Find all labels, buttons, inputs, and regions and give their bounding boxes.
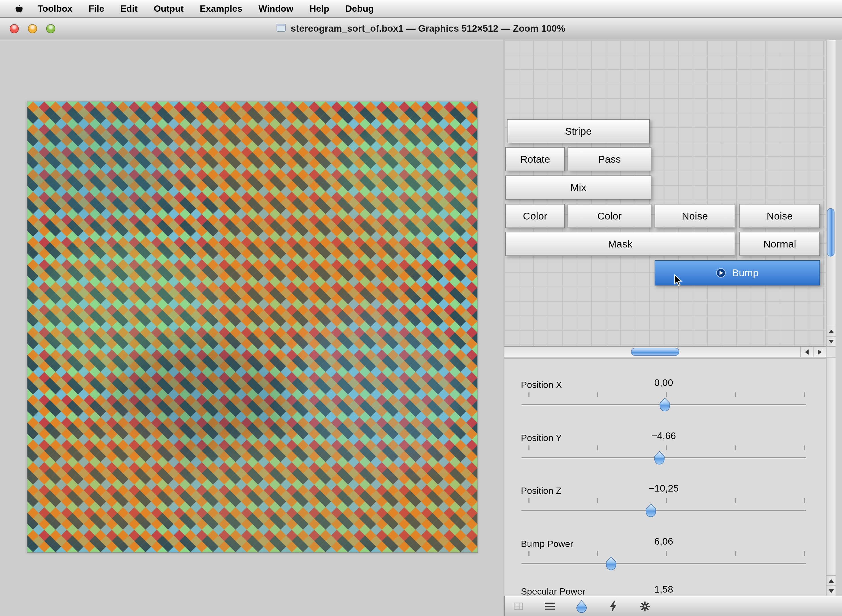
node-bump-label: Bump bbox=[732, 268, 758, 278]
param-row-bump-power: Bump Power 6,06 bbox=[504, 535, 826, 587]
node-pass[interactable]: Pass bbox=[567, 147, 651, 171]
menu-window[interactable]: Window bbox=[250, 0, 301, 17]
horizontal-scrollbar-thumb[interactable] bbox=[631, 348, 679, 356]
up-arrow-icon bbox=[829, 579, 834, 582]
param-value-position-z: −10,25 bbox=[522, 484, 806, 493]
scroll-left-button[interactable] bbox=[800, 347, 813, 357]
parameters-vertical-scrollbar[interactable] bbox=[826, 358, 836, 596]
lightning-icon[interactable] bbox=[606, 598, 620, 614]
param-row-position-x: Position X 0,00 bbox=[504, 376, 826, 429]
scroll-up-button[interactable] bbox=[826, 326, 836, 336]
node-graph-horizontal-scrollbar[interactable] bbox=[504, 346, 826, 357]
node-color-2[interactable]: Color bbox=[567, 204, 651, 228]
screen: Toolbox File Edit Output Examples Window… bbox=[0, 0, 842, 616]
document-icon bbox=[277, 24, 286, 34]
position-x-slider-thumb[interactable] bbox=[658, 397, 671, 412]
bump-power-slider-thumb[interactable] bbox=[605, 557, 617, 571]
scrollbar-corner bbox=[826, 346, 836, 357]
apple-menu-icon[interactable] bbox=[9, 0, 29, 17]
node-mix[interactable]: Mix bbox=[505, 176, 651, 200]
menu-file[interactable]: File bbox=[81, 0, 112, 17]
node-graph-area[interactable]: Stripe Rotate Pass Mix Color Color Noise… bbox=[504, 40, 826, 346]
vertical-scrollbar-thumb[interactable] bbox=[827, 208, 834, 256]
param-value-specular-power: 1,58 bbox=[522, 584, 806, 594]
scroll-down-button[interactable] bbox=[826, 336, 836, 346]
node-color-1[interactable]: Color bbox=[505, 204, 565, 228]
window-title-area: stereogram_sort_of.box1 — Graphics 512×5… bbox=[0, 18, 842, 40]
param-value-bump-power: 6,06 bbox=[522, 537, 806, 546]
down-arrow-icon bbox=[829, 589, 834, 593]
param-value-position-x: 0,00 bbox=[522, 378, 806, 388]
right-arrow-icon bbox=[818, 349, 821, 355]
mouse-cursor bbox=[671, 274, 684, 288]
gear-icon[interactable] bbox=[638, 598, 652, 614]
menu-help[interactable]: Help bbox=[301, 0, 337, 17]
slider-ticks bbox=[522, 445, 806, 450]
slider-ticks bbox=[522, 392, 806, 397]
menu-debug[interactable]: Debug bbox=[337, 0, 382, 17]
node-graph-vertical-scrollbar[interactable] bbox=[826, 40, 836, 346]
slider-ticks bbox=[522, 551, 806, 556]
menu-edit[interactable]: Edit bbox=[112, 0, 145, 17]
slider-ticks bbox=[522, 498, 806, 503]
bump-drop-icon[interactable] bbox=[575, 598, 589, 614]
list-glyph bbox=[545, 603, 555, 609]
up-arrow-icon bbox=[829, 329, 834, 333]
node-noise-2[interactable]: Noise bbox=[739, 204, 820, 228]
node-rotate[interactable]: Rotate bbox=[505, 147, 565, 171]
node-noise-1[interactable]: Noise bbox=[655, 204, 735, 228]
menu-output[interactable]: Output bbox=[145, 0, 192, 17]
node-mask[interactable]: Mask bbox=[505, 232, 735, 256]
params-scroll-up-button[interactable] bbox=[826, 575, 836, 585]
menu-examples[interactable]: Examples bbox=[192, 0, 250, 17]
menu-toolbox[interactable]: Toolbox bbox=[29, 0, 80, 17]
node-stripe[interactable]: Stripe bbox=[507, 119, 650, 143]
rendered-texture bbox=[27, 101, 478, 553]
param-row-position-y: Position Y −4,66 bbox=[504, 429, 826, 482]
window-title: stereogram_sort_of.box1 — Graphics 512×5… bbox=[291, 24, 565, 34]
list-view-icon[interactable] bbox=[543, 598, 557, 614]
bump-power-slider-track[interactable] bbox=[522, 563, 806, 565]
position-y-slider-thumb[interactable] bbox=[653, 451, 666, 465]
param-row-position-z: Position Z −10,25 bbox=[504, 482, 826, 534]
window-title-bar[interactable]: stereogram_sort_of.box1 — Graphics 512×5… bbox=[0, 18, 842, 40]
parameters-panel: Position X 0,00 Position Y −4,66 Positio… bbox=[504, 358, 826, 596]
params-scroll-down-button[interactable] bbox=[826, 585, 836, 596]
param-value-position-y: −4,66 bbox=[522, 431, 806, 441]
position-z-slider-thumb[interactable] bbox=[644, 503, 657, 518]
texture-image bbox=[27, 101, 478, 552]
bottom-toolbar bbox=[504, 596, 842, 616]
menu-bar: Toolbox File Edit Output Examples Window… bbox=[0, 0, 842, 18]
scroll-right-button[interactable] bbox=[813, 347, 826, 357]
canvas-area bbox=[0, 40, 504, 616]
position-z-slider-track[interactable] bbox=[522, 510, 806, 512]
grid-glyph bbox=[514, 603, 523, 609]
left-arrow-icon bbox=[805, 349, 808, 355]
grid-view-icon[interactable] bbox=[511, 598, 525, 614]
node-normal[interactable]: Normal bbox=[739, 232, 820, 256]
play-icon bbox=[716, 268, 726, 278]
down-arrow-icon bbox=[829, 339, 834, 343]
param-row-specular-power: Specular Power 1,58 bbox=[504, 583, 826, 596]
